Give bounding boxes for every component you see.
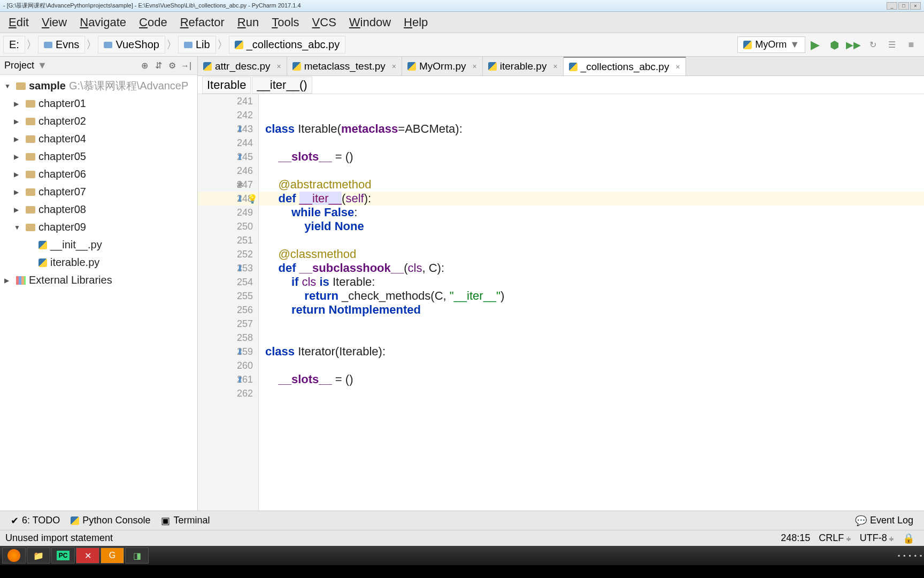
gutter-line[interactable]: 259⬇ (198, 345, 258, 359)
tree-file[interactable]: __init__.py (0, 236, 197, 254)
breadcrumb-class[interactable]: Iterable (202, 77, 251, 94)
gutter-line[interactable]: 250 (198, 219, 258, 233)
chevron-right-icon[interactable]: ▶ (14, 118, 22, 125)
code-line[interactable]: def __iter__(self): (259, 192, 924, 206)
gutter-line[interactable]: 262 (198, 386, 258, 400)
coverage-button[interactable]: ▶▶ (845, 36, 862, 54)
code-line[interactable] (259, 331, 924, 345)
event-log-button[interactable]: 💬Event Log (850, 513, 919, 529)
gutter-line[interactable]: 247✱ (198, 178, 258, 192)
lock-icon[interactable]: 🔒 (898, 533, 919, 544)
gutter-line[interactable]: 254 (198, 275, 258, 289)
editor-tab[interactable]: metaclass_test.py× (287, 57, 402, 75)
file-encoding[interactable]: UTF-8 ≑ (856, 533, 898, 544)
chevron-right-icon[interactable]: ▶ (14, 153, 22, 161)
crumb-vueshop[interactable]: VueShop (98, 36, 165, 54)
todo-tool-button[interactable]: ✔6: TODO (5, 513, 65, 529)
gutter-line[interactable]: 261⬆ (198, 372, 258, 386)
hide-icon[interactable]: →| (180, 60, 192, 72)
code-line[interactable]: __slots__ = () (259, 150, 924, 164)
override-icon[interactable]: ⬇ (236, 124, 243, 134)
gutter-line[interactable]: 255 (198, 289, 258, 303)
gutter-line[interactable]: 252 (198, 247, 258, 261)
run-button[interactable]: ▶ (806, 36, 823, 54)
gutter-line[interactable]: 246 (198, 164, 258, 178)
menu-tools[interactable]: Tools (265, 13, 305, 32)
structure-button[interactable]: ☰ (883, 36, 900, 54)
tree-folder[interactable]: ▶chapter06 (0, 165, 197, 183)
close-icon[interactable]: × (277, 62, 281, 71)
close-icon[interactable]: × (473, 62, 477, 71)
code-line[interactable] (259, 94, 924, 108)
override-icon[interactable]: ⬇ (236, 347, 243, 357)
line-gutter[interactable]: 241242243⬇244245⬆246247✱248⬇💡24925025125… (198, 94, 259, 511)
code-line[interactable]: return _check_methods(C, "__iter__") (259, 289, 924, 303)
code-line[interactable] (259, 386, 924, 400)
gutter-line[interactable]: 257 (198, 317, 258, 331)
tray-icon[interactable]: ▪ (898, 552, 900, 559)
tree-folder[interactable]: ▶chapter05 (0, 148, 197, 165)
editor-tab[interactable]: iterable.py× (483, 57, 564, 75)
gutter-line[interactable]: 243⬇ (198, 122, 258, 136)
tray-icon[interactable]: ▪ (920, 552, 922, 559)
gutter-line[interactable]: 258 (198, 331, 258, 345)
implements-icon[interactable]: ⬆ (236, 375, 243, 385)
tray-icon[interactable]: ▪ (903, 552, 905, 559)
gutter-line[interactable]: 251 (198, 233, 258, 247)
gutter-line[interactable]: 253⬇ (198, 261, 258, 275)
code-line[interactable] (259, 233, 924, 247)
chevron-right-icon[interactable]: ▶ (4, 277, 13, 284)
code-line[interactable]: if cls is Iterable: (259, 275, 924, 289)
chevron-down-icon[interactable]: ▼ (37, 60, 47, 71)
camtasia-taskbar-button[interactable]: ◨ (125, 547, 149, 564)
code-line[interactable]: __slots__ = () (259, 372, 924, 386)
scroll-from-source-icon[interactable]: ⊕ (138, 60, 150, 72)
tree-folder[interactable]: ▶chapter01 (0, 95, 197, 112)
debug-button[interactable]: ⬢ (826, 36, 843, 54)
chevron-down-icon[interactable]: ▼ (4, 82, 13, 90)
project-tree[interactable]: ▼ sample G:\慕课网课程\AdvanceP ▶chapter01 ▶c… (0, 75, 197, 511)
bookmark-icon[interactable]: ✱ (236, 180, 243, 190)
tree-folder[interactable]: ▶chapter08 (0, 201, 197, 218)
close-button[interactable]: × (910, 2, 921, 10)
editor-tab[interactable]: attr_desc.py× (198, 57, 287, 75)
code-line[interactable] (259, 136, 924, 150)
gutter-line[interactable]: 244 (198, 136, 258, 150)
editor-tab[interactable]: MyOrm.py× (402, 57, 483, 75)
minimize-button[interactable]: _ (887, 2, 897, 10)
stop-button[interactable]: ■ (903, 36, 920, 54)
tree-folder[interactable]: ▼chapter09 (0, 218, 197, 236)
update-button[interactable]: ↻ (864, 36, 881, 54)
code-line[interactable]: @classmethod (259, 247, 924, 261)
override-icon[interactable]: ⬇ (236, 263, 243, 273)
menu-refactor[interactable]: Refactor (174, 13, 231, 32)
tree-folder[interactable]: ▶chapter02 (0, 112, 197, 130)
menu-view[interactable]: View (35, 13, 73, 32)
tray-icon[interactable]: ▪ (908, 552, 911, 559)
tree-folder[interactable]: ▶chapter04 (0, 130, 197, 148)
code-content[interactable]: class Iterable(metaclass=ABCMeta): __slo… (259, 94, 924, 511)
code-line[interactable]: def __subclasshook__(cls, C): (259, 261, 924, 275)
menu-vcs[interactable]: VCS (306, 13, 343, 32)
close-icon[interactable]: × (553, 62, 557, 71)
firefox-taskbar-button[interactable] (2, 547, 26, 564)
code-line[interactable]: return NotImplemented (259, 303, 924, 317)
tree-root[interactable]: ▼ sample G:\慕课网课程\AdvanceP (0, 77, 197, 95)
menu-run[interactable]: Run (231, 13, 265, 32)
caret-position[interactable]: 248:15 (776, 533, 814, 544)
code-editor[interactable]: 241242243⬇244245⬆246247✱248⬇💡24925025125… (198, 94, 924, 511)
gutter-line[interactable]: 248⬇💡 (198, 192, 258, 206)
code-line[interactable] (259, 164, 924, 178)
code-line[interactable]: class Iterable(metaclass=ABCMeta): (259, 122, 924, 136)
code-line[interactable] (259, 108, 924, 122)
collapse-all-icon[interactable]: ⇵ (152, 60, 164, 72)
explorer-taskbar-button[interactable]: 📁 (27, 547, 50, 564)
app-taskbar-button[interactable]: G (101, 547, 124, 564)
tray-icon[interactable]: ▪ (914, 552, 916, 559)
menu-navigate[interactable]: Navigate (73, 13, 133, 32)
editor-tab-active[interactable]: _collections_abc.py× (564, 57, 686, 75)
code-line[interactable]: while False: (259, 206, 924, 219)
override-icon[interactable]: ⬇ (236, 194, 243, 204)
code-line[interactable]: class Iterator(Iterable): (259, 345, 924, 359)
system-tray[interactable]: ▪ ▪ ▪ ▪ ▪ (898, 552, 922, 559)
